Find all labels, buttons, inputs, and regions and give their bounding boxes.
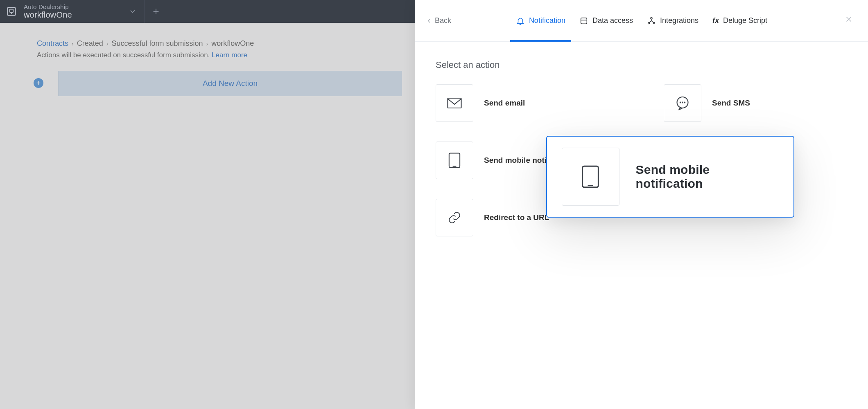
link-icon xyxy=(436,199,473,236)
tab-data-access[interactable]: Data access xyxy=(579,0,633,42)
tab-label: Notification xyxy=(529,16,565,25)
tab-label: Integrations xyxy=(660,16,698,25)
svg-point-4 xyxy=(648,22,650,24)
svg-point-9 xyxy=(682,102,683,103)
action-highlight-card[interactable]: Send mobile notification xyxy=(546,136,794,218)
tab-integrations[interactable]: Integrations xyxy=(647,0,698,42)
fx-icon: fx xyxy=(712,16,719,25)
action-send-email[interactable]: Send email xyxy=(436,84,619,122)
close-icon xyxy=(844,15,853,24)
svg-rect-2 xyxy=(581,18,587,24)
svg-point-5 xyxy=(653,22,655,24)
action-label: Send email xyxy=(484,99,525,108)
tablet-icon xyxy=(436,142,473,179)
bell-icon xyxy=(516,16,525,25)
tablet-icon xyxy=(562,148,619,206)
tab-label: Data access xyxy=(592,16,633,25)
svg-point-10 xyxy=(684,102,685,103)
svg-rect-6 xyxy=(448,98,461,108)
action-label: Send SMS xyxy=(712,99,750,108)
svg-point-8 xyxy=(680,102,681,103)
chat-icon xyxy=(664,84,701,122)
action-label: Redirect to a URL xyxy=(484,213,549,222)
tab-label: Deluge Script xyxy=(723,16,767,25)
action-send-sms[interactable]: Send SMS xyxy=(664,84,848,122)
svg-rect-11 xyxy=(449,153,460,167)
panel-header: Back Notification Data access Integratio… xyxy=(415,0,868,42)
integrations-icon xyxy=(647,16,656,25)
highlight-label: Send mobile notification xyxy=(636,163,779,191)
svg-rect-12 xyxy=(583,166,599,187)
panel-tabs: Notification Data access Integrations fx… xyxy=(415,0,868,41)
modal-overlay xyxy=(0,0,415,409)
tab-deluge-script[interactable]: fx Deluge Script xyxy=(712,0,767,42)
tab-notification[interactable]: Notification xyxy=(516,0,565,42)
svg-point-3 xyxy=(651,17,652,19)
database-icon xyxy=(579,16,588,25)
close-panel-button[interactable] xyxy=(844,15,853,25)
panel-title: Select an action xyxy=(436,60,848,70)
mail-icon xyxy=(436,84,473,122)
